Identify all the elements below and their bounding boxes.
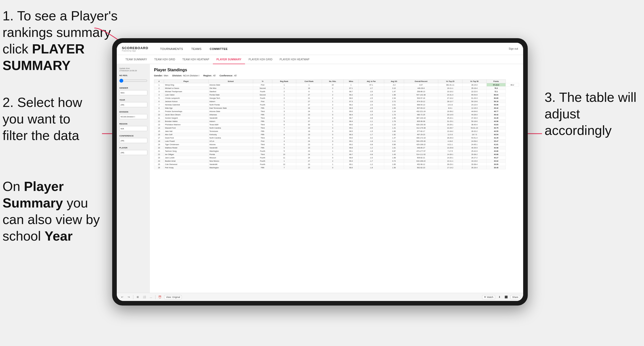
filter-region-label: Region: — [203, 74, 212, 77]
no-rds-slider[interactable] — [119, 79, 147, 83]
table-row[interactable]: 26Petr HrubyWashingtonFifth725068.6-1.61… — [154, 166, 519, 169]
year-select[interactable]: (All) First Second Third Fourth Fifth — [119, 102, 147, 107]
sub-nav-team-h2h-heatmap[interactable]: TEAM H2H HEATMAP — [179, 55, 213, 64]
division-select[interactable]: NCAA Division I NCAA Division II NCAA Di… — [119, 114, 147, 119]
gender-select[interactable]: Men Women — [119, 90, 147, 95]
redo-icon[interactable]: ↪ — [126, 295, 131, 299]
update-time-label: Update time: — [119, 67, 147, 70]
sub-nav-team-h2h-grid[interactable]: TEAM H2H GRID — [151, 55, 179, 64]
region-select[interactable]: N/A All — [119, 126, 147, 131]
update-time: Update time: 27/03/2024 16:56:26 — [119, 67, 147, 72]
table-row[interactable]: 2Michael Le SassoOle MissSecond118067.1-… — [154, 87, 519, 90]
tablet-screen: SCOREBOARD Powered by clippi TOURNAMENTS… — [117, 43, 523, 301]
table-row[interactable]: 24Bastien AmatNew MexicoFourth127269.4-1… — [154, 159, 519, 163]
table-row[interactable]: 7Nicholas GabrelcikNorth FloridaFourth12… — [154, 103, 519, 106]
sub-nav-player-h2h-grid[interactable]: PLAYER H2H GRID — [245, 55, 276, 64]
table-row[interactable]: 9Preston SummerhaysArizona StateThird324… — [154, 110, 519, 113]
table-row[interactable]: 5Christo LamprechtGeorgia TechFourth2212… — [154, 96, 519, 100]
table-row[interactable]: 14Maxwell FordNorth CarolinaThird723069.… — [154, 126, 519, 130]
col-yr: Yr — [253, 80, 272, 83]
table-row[interactable]: 23Jack LundinMissouriFourth1124068.6-2.3… — [154, 156, 519, 159]
table-row[interactable]: 13Phichaksn MaichonTexas A&MThird630169.… — [154, 123, 519, 126]
col-rank: # — [154, 80, 164, 83]
toolbar-sep2 — [155, 295, 156, 299]
nav-tournaments[interactable]: TOURNAMENTS — [156, 43, 187, 55]
table-row[interactable]: 6Jackson KoivunAuburnFirst127167.3-2.02.… — [154, 100, 519, 103]
col-school: School — [208, 80, 253, 83]
clock-icon[interactable]: ⏰ — [158, 295, 162, 299]
sub-nav-team-summary[interactable]: TEAM SUMMARY — [122, 55, 151, 64]
nav-teams[interactable]: TEAMS — [187, 43, 205, 55]
col-adj: Adj. to Par — [358, 80, 384, 83]
division-label: Division — [119, 111, 147, 113]
download-icon[interactable]: ⬇ — [497, 295, 502, 299]
view-original-label: View: Original — [166, 296, 180, 298]
logo-text: SCOREBOARD — [122, 46, 148, 50]
nav-committee[interactable]: COMMITTEE — [206, 43, 232, 55]
nav-items: TOURNAMENTS TEAMS COMMITTEE — [156, 43, 509, 55]
header-row: # Player School Yr Reg Rank Conf Rank No… — [154, 80, 519, 83]
table-row[interactable]: 3Michael ThorbjornsenStanfordFourth28168… — [154, 90, 519, 93]
table-row[interactable]: 25Cole SherwoodVanderbiltFourth1223169.1… — [154, 163, 519, 166]
nav-right: Sign out — [509, 47, 518, 50]
table-row[interactable]: 15Jake HallTennesseeFifth718068.5-1.51.6… — [154, 130, 519, 133]
table-row[interactable]: 11Gordon SargentVanderbiltThird421068.7-… — [154, 116, 519, 120]
table-row[interactable]: 21Taehoon SongWashingtonFourth523169.1-1… — [154, 149, 519, 153]
table-title: Player Standings — [154, 68, 519, 72]
table-row[interactable]: 8Mats EgeEast Tennessee StateFifth124268… — [154, 106, 519, 110]
filter-row: Gender: Men Division: NCAA Division I Re… — [154, 74, 519, 77]
region-label: Region — [119, 123, 147, 125]
sign-out-link[interactable]: Sign out — [509, 47, 518, 50]
sub-nav-player-h2h-heatmap[interactable]: PLAYER H2H HEATMAP — [276, 55, 313, 64]
instruction-bottom-prefix: On — [3, 179, 24, 194]
table-row[interactable]: 17David FordNorth CarolinaThird421069.0-… — [154, 136, 519, 140]
table-row[interactable]: 10Jacob Skov-OlesenArkansasFifth223068.4… — [154, 113, 519, 116]
conference-select[interactable]: (All) — [119, 138, 147, 143]
col-no-rds: No. Rds. — [322, 80, 343, 83]
print-icon[interactable]: ⬛ — [504, 295, 508, 299]
view-original-btn[interactable]: View: Original — [164, 295, 182, 299]
instruction-bottom: On Player Summary you can also view by s… — [3, 178, 105, 244]
filter-player: Player (All) — [119, 147, 147, 155]
filter-year: Year (All) First Second Third Fourth Fif… — [119, 99, 147, 107]
undo-icon[interactable]: ↩ — [120, 295, 124, 299]
toolbar-sep1 — [133, 295, 133, 299]
table-row[interactable]: 12Brendan ValdesAuburnFifth537068.4-1.11… — [154, 120, 519, 123]
filter-region: Region N/A All — [119, 123, 147, 131]
filter-division-label: Division: — [172, 74, 182, 77]
watch-label: Watch — [487, 296, 493, 298]
share-btn[interactable]: Share — [510, 295, 520, 299]
table-body: 1Wenyi DingArizona StateFirst1115167.1-3… — [154, 83, 519, 169]
table-header: # Player School Yr Reg Rank Conf Rank No… — [154, 80, 519, 83]
table-row[interactable]: 16Alex GoffKentuckyFifth819068.3-1.71.92… — [154, 133, 519, 136]
table-row[interactable]: 22Ian GilliganFloridaThird1024168.7-0.81… — [154, 153, 519, 156]
bottom-toolbar: ↩ ↪ ⊞ ⬜ … ⏰ View: Original 👁 Watch ⬇ ⬛ S… — [117, 293, 523, 301]
table-row[interactable]: 18Luke PowellUCLAFirst424069.1-1.81.1150… — [154, 140, 519, 143]
table-row[interactable]: 1Wenyi DingArizona StateFirst1115167.1-3… — [154, 83, 519, 87]
col-vs50: Vs Top 50 — [462, 80, 486, 83]
table-row[interactable]: 4Luke ClatonFlorida StateSecond127268.2-… — [154, 93, 519, 96]
sub-nav-player-summary[interactable]: PLAYER SUMMARY — [213, 55, 245, 64]
gender-label: Gender — [119, 87, 147, 89]
instruction-step3-line1: 3. The table will — [545, 90, 636, 105]
more-icon[interactable]: … — [149, 295, 153, 299]
sub-nav: TEAM SUMMARY TEAM H2H GRID TEAM H2H HEAT… — [117, 55, 523, 64]
logo-sub: Powered by clippi — [122, 50, 148, 52]
instruction-step2-line3: filter the data — [3, 128, 79, 143]
instruction-step2-line1: 2. Select how — [3, 95, 82, 110]
tablet: SCOREBOARD Powered by clippi TOURNAMENTS… — [112, 38, 528, 306]
watch-btn[interactable]: 👁 Watch — [482, 295, 495, 299]
paste-icon[interactable]: ⬜ — [142, 295, 147, 299]
table-row[interactable]: 19Tiger ChristensenArizonaThird523269.2-… — [154, 143, 519, 146]
filter-row-conference: Conference: All — [220, 74, 237, 77]
filter-row-region: Region: All — [203, 74, 216, 77]
no-rds-label: No Rds. — [119, 74, 147, 77]
player-select[interactable]: (All) — [119, 150, 147, 155]
table-row[interactable]: 20Matthew RiedelVanderbiltFifth523268.8-… — [154, 146, 519, 149]
copy-icon[interactable]: ⊞ — [135, 295, 140, 299]
col-reg-rank: Reg Rank — [272, 80, 296, 83]
filter-gender-value: Men — [164, 74, 169, 77]
filter-division-value: NCAA Division I — [183, 74, 199, 77]
col-overall: Overall Record — [404, 80, 438, 83]
col-wins: Wins — [344, 80, 359, 83]
